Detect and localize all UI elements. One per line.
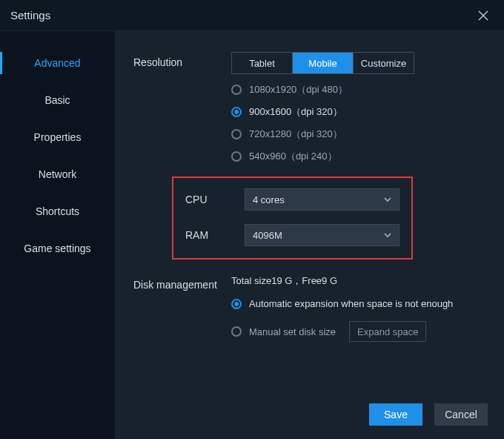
resolution-option-label: 540x960（dpi 240） xyxy=(249,150,337,163)
expand-space-button[interactable]: Expand space xyxy=(349,321,426,342)
close-icon xyxy=(478,10,488,21)
resolution-value: Tablet Mobile Customize 1080x1920（dpi 48… xyxy=(231,52,488,163)
sidebar-item-properties[interactable]: Properties xyxy=(0,119,115,156)
resolution-tab-tablet[interactable]: Tablet xyxy=(232,53,292,73)
resolution-option[interactable]: 900x1600（dpi 320） xyxy=(231,105,488,119)
resolution-label: Resolution xyxy=(133,52,231,163)
resolution-option-label: 1080x1920（dpi 480） xyxy=(249,83,348,96)
cpu-select[interactable]: 4 cores xyxy=(245,188,399,211)
chevron-down-icon xyxy=(382,230,393,240)
sidebar-item-shortcuts[interactable]: Shortcuts xyxy=(0,193,115,230)
disk-status: Total size19 G，Free9 G xyxy=(231,274,488,288)
titlebar: Settings xyxy=(0,0,504,31)
disk-option-manual-label: Manual set disk size xyxy=(249,326,336,337)
resolution-option[interactable]: 540x960（dpi 240） xyxy=(231,150,488,163)
resolution-tab-customize[interactable]: Customize xyxy=(353,53,414,73)
sidebar-item-label: Game settings xyxy=(24,242,90,254)
sidebar-item-game-settings[interactable]: Game settings xyxy=(0,230,115,267)
resolution-option[interactable]: 1080x1920（dpi 480） xyxy=(231,83,488,96)
cpu-label: CPU xyxy=(185,194,245,205)
cpu-select-value: 4 cores xyxy=(253,194,285,205)
cpu-row: CPU 4 cores xyxy=(185,188,399,211)
resolution-tab-mobile[interactable]: Mobile xyxy=(292,53,353,73)
sidebar-item-label: Shortcuts xyxy=(36,205,79,217)
footer: Save Cancel xyxy=(133,390,488,426)
resolution-option[interactable]: 720x1280（dpi 320） xyxy=(231,128,488,141)
ram-label: RAM xyxy=(185,229,245,241)
sidebar-item-label: Network xyxy=(39,168,76,180)
disk-row: Disk management Total size19 G，Free9 G A… xyxy=(133,274,488,342)
ram-select[interactable]: 4096M xyxy=(245,224,399,246)
sidebar: Advanced Basic Properties Network Shortc… xyxy=(0,31,115,439)
sidebar-item-basic[interactable]: Basic xyxy=(0,82,115,119)
cpu-ram-highlight: CPU 4 cores RAM 4096M xyxy=(172,176,413,260)
chevron-down-icon xyxy=(382,194,393,205)
radio-icon xyxy=(231,299,242,309)
resolution-options: 1080x1920（dpi 480） 900x1600（dpi 320） 720… xyxy=(231,83,488,163)
radio-icon xyxy=(231,151,242,162)
sidebar-item-label: Properties xyxy=(34,131,82,143)
sidebar-item-label: Advanced xyxy=(34,57,80,69)
close-button[interactable] xyxy=(473,5,494,26)
radio-icon xyxy=(231,129,242,139)
ram-select-value: 4096M xyxy=(253,230,282,241)
resolution-option-label: 720x1280（dpi 320） xyxy=(249,128,342,141)
resolution-option-label: 900x1600（dpi 320） xyxy=(249,105,342,119)
disk-value: Total size19 G，Free9 G Automatic expansi… xyxy=(231,274,488,342)
disk-option-manual-row: Manual set disk size Expand space xyxy=(231,321,488,342)
settings-window: Settings Advanced Basic Properties Netwo… xyxy=(0,0,504,439)
sidebar-item-network[interactable]: Network xyxy=(0,156,115,193)
ram-row: RAM 4096M xyxy=(185,224,399,246)
cancel-button[interactable]: Cancel xyxy=(434,403,488,426)
window-title: Settings xyxy=(10,9,473,22)
resolution-tabs: Tablet Mobile Customize xyxy=(231,52,414,74)
disk-option-manual[interactable]: Manual set disk size xyxy=(231,326,336,337)
disk-option-auto[interactable]: Automatic expansion when space is not en… xyxy=(231,298,488,309)
sidebar-item-advanced[interactable]: Advanced xyxy=(0,44,115,82)
disk-label: Disk management xyxy=(133,274,231,342)
main-panel: Resolution Tablet Mobile Customize 1080x… xyxy=(115,31,504,439)
sidebar-item-label: Basic xyxy=(44,94,70,106)
body: Advanced Basic Properties Network Shortc… xyxy=(0,31,504,439)
radio-icon xyxy=(231,326,242,337)
radio-icon xyxy=(231,107,242,117)
resolution-row: Resolution Tablet Mobile Customize 1080x… xyxy=(133,52,488,163)
radio-icon xyxy=(231,85,242,95)
save-button[interactable]: Save xyxy=(369,403,422,426)
disk-option-auto-label: Automatic expansion when space is not en… xyxy=(249,298,453,309)
